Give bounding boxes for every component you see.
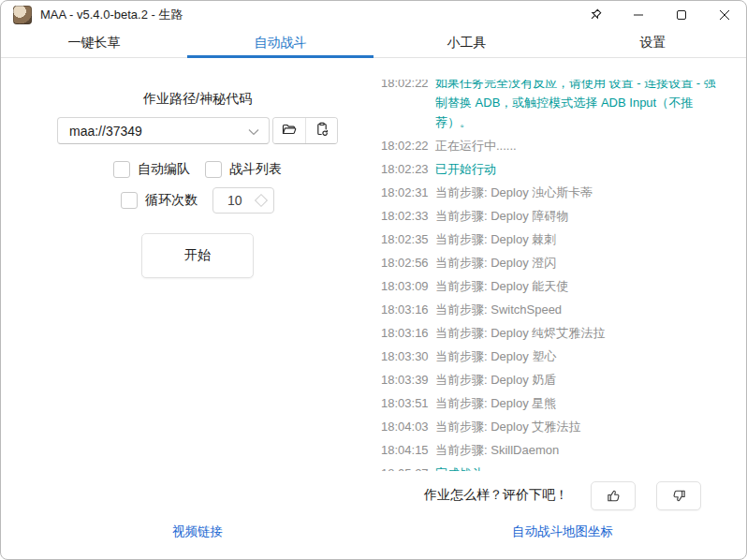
log-entry: 18:02:23 已开始行动	[381, 159, 747, 179]
log-timestamp: 18:04:03	[381, 417, 428, 436]
log-entry: 18:02:35 当前步骤: Deploy 棘刺	[381, 229, 747, 249]
checkbox-box	[205, 161, 222, 178]
log-entry: 18:03:09 当前步骤: Deploy 能天使	[381, 276, 747, 296]
app-window: MAA - v5.4.0-beta.2 - 生路	[0, 0, 747, 560]
tab[interactable]: 小工具	[374, 29, 560, 57]
auto-formation-label: 自动编队	[138, 161, 190, 178]
caption-buttons	[574, 1, 746, 29]
loop-times-value: 10	[227, 193, 256, 208]
auto-formation-checkbox[interactable]: 自动编队	[113, 161, 190, 178]
log-entry: 18:05:27 完成战斗	[381, 464, 747, 471]
log-message: 如果任务完全没有反应，请使用 设置 - 连接设置 - 强制替换 ADB，或触控模…	[435, 80, 747, 132]
log-message: 当前步骤: Deploy 障碍物	[435, 206, 747, 226]
log-entry: 18:02:33 当前步骤: Deploy 障碍物	[381, 206, 747, 226]
loop-times-label: 循环次数	[145, 192, 198, 209]
rating-row: 作业怎么样？评价下吧！	[377, 480, 747, 510]
tab[interactable]: 一键长草	[1, 29, 187, 57]
log-entry: 18:02:56 当前步骤: Deploy 澄闪	[381, 253, 747, 273]
thumbs-up-icon	[606, 488, 622, 504]
log-message: 当前步骤: Deploy 能天使	[435, 276, 747, 296]
log-message: 当前步骤: Deploy 奶盾	[435, 370, 747, 390]
tab-label: 设置	[640, 35, 666, 52]
log-timestamp: 18:02:22	[381, 80, 428, 132]
log-message: 当前步骤: SwitchSpeed	[435, 300, 747, 319]
job-file-buttons	[272, 117, 338, 144]
battle-list-label: 战斗列表	[229, 161, 282, 178]
main-tabbar: 一键长草 自动战斗 小工具 设置	[1, 29, 746, 58]
window-title: MAA - v5.4.0-beta.2 - 生路	[40, 7, 183, 23]
log-entry: 18:03:16 当前步骤: Deploy 纯烬艾雅法拉	[381, 323, 747, 343]
log-message: 正在运行中......	[435, 136, 747, 155]
log-entry: 18:03:30 当前步骤: Deploy 塑心	[381, 346, 747, 366]
open-file-button[interactable]	[273, 118, 305, 143]
log-entry: 18:03:51 当前步骤: Deploy 星熊	[381, 393, 747, 413]
loop-times-numberbox[interactable]: 10	[212, 187, 274, 214]
loop-times-checkbox[interactable]: 循环次数	[121, 192, 198, 209]
log-message: 当前步骤: Deploy 棘刺	[435, 229, 747, 249]
options-row-2: 循环次数 10	[1, 187, 394, 214]
job-code-combobox[interactable]: maa://37349	[57, 117, 270, 144]
log-timestamp: 18:02:31	[381, 183, 428, 202]
maximize-icon	[676, 9, 687, 21]
close-button[interactable]	[703, 1, 746, 29]
pin-icon	[588, 7, 603, 22]
pin-topmost-button[interactable]	[574, 1, 617, 29]
battle-map-coords-link[interactable]: 自动战斗地图坐标	[512, 524, 613, 538]
log-message: 当前步骤: Deploy 浊心斯卡蒂	[435, 183, 747, 202]
number-spinner-icon	[255, 194, 268, 207]
chevron-down-icon	[248, 123, 259, 140]
tab[interactable]: 自动战斗	[187, 29, 374, 57]
log-timestamp: 18:03:39	[381, 370, 428, 390]
minimize-button[interactable]	[617, 1, 660, 29]
log-entry: 18:04:15 当前步骤: SkillDaemon	[381, 440, 747, 460]
paste-clipboard-button[interactable]	[305, 118, 337, 143]
map-link-row: 自动战斗地图坐标	[377, 523, 747, 540]
log-message: 当前步骤: Deploy 纯烬艾雅法拉	[435, 323, 747, 343]
job-code-value: maa://37349	[69, 124, 248, 139]
titlebar: MAA - v5.4.0-beta.2 - 生路	[1, 1, 746, 29]
log-message: 当前步骤: Deploy 澄闪	[435, 253, 747, 273]
log-timestamp: 18:03:16	[381, 323, 428, 343]
thumbs-down-button[interactable]	[656, 481, 701, 510]
app-logo-icon	[13, 6, 32, 24]
tab-label: 自动战斗	[255, 35, 307, 52]
log-timestamp: 18:02:22	[381, 136, 428, 155]
log-message: 当前步骤: SkillDaemon	[435, 440, 747, 460]
options-row-1: 自动编队 战斗列表	[1, 161, 394, 178]
tab-label: 小工具	[447, 35, 487, 52]
rating-prompt: 作业怎么样？评价下吧！	[424, 487, 568, 504]
log-entry: 18:02:22 正在运行中......	[381, 136, 747, 155]
battle-log-panel[interactable]: 18:02:22 如果任务完全没有反应，请使用 设置 - 连接设置 - 强制替换…	[377, 80, 747, 471]
log-entry: 18:02:22 如果任务完全没有反应，请使用 设置 - 连接设置 - 强制替换…	[381, 80, 747, 132]
log-list: 18:02:22 如果任务完全没有反应，请使用 设置 - 连接设置 - 强制替换…	[381, 80, 747, 471]
clipboard-paste-icon	[314, 121, 330, 140]
checkbox-box	[113, 161, 130, 178]
thumbs-up-button[interactable]	[591, 481, 636, 510]
battle-list-checkbox[interactable]: 战斗列表	[205, 161, 282, 178]
log-entry: 18:03:16 当前步骤: SwitchSpeed	[381, 300, 747, 319]
log-message: 当前步骤: Deploy 星熊	[435, 393, 747, 413]
thumbs-down-icon	[671, 488, 687, 504]
minimize-icon	[633, 9, 644, 21]
log-message: 当前步骤: Deploy 艾雅法拉	[435, 417, 747, 436]
maximize-button[interactable]	[660, 1, 703, 29]
video-link[interactable]: 视频链接	[172, 524, 223, 538]
log-timestamp: 18:02:35	[381, 229, 428, 249]
log-message: 完成战斗	[435, 464, 747, 471]
job-code-row: maa://37349	[57, 117, 338, 144]
log-message: 已开始行动	[435, 159, 747, 179]
log-timestamp: 18:04:15	[381, 440, 428, 460]
log-timestamp: 18:05:27	[381, 464, 428, 471]
log-message: 当前步骤: Deploy 塑心	[435, 346, 747, 366]
log-timestamp: 18:02:56	[381, 253, 428, 273]
tab[interactable]: 设置	[560, 29, 746, 57]
log-entry: 18:04:03 当前步骤: Deploy 艾雅法拉	[381, 417, 747, 436]
log-timestamp: 18:03:51	[381, 393, 428, 413]
folder-icon	[281, 121, 298, 140]
close-icon	[719, 9, 730, 21]
log-entry: 18:02:31 当前步骤: Deploy 浊心斯卡蒂	[381, 183, 747, 202]
log-timestamp: 18:03:16	[381, 300, 428, 319]
start-button[interactable]: 开始	[141, 233, 254, 278]
checkbox-box	[121, 192, 138, 209]
log-timestamp: 18:02:23	[381, 159, 428, 179]
